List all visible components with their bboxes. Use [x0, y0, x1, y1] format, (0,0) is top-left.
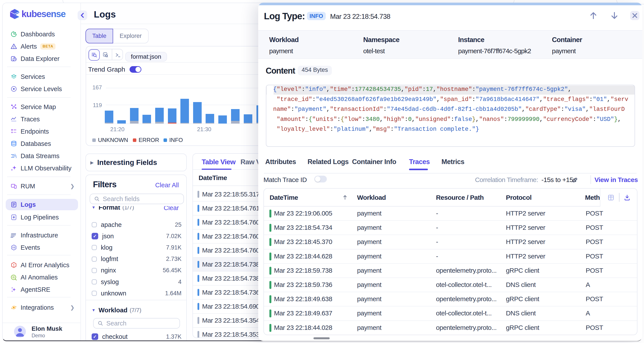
svg-text:K8: K8	[12, 246, 15, 249]
